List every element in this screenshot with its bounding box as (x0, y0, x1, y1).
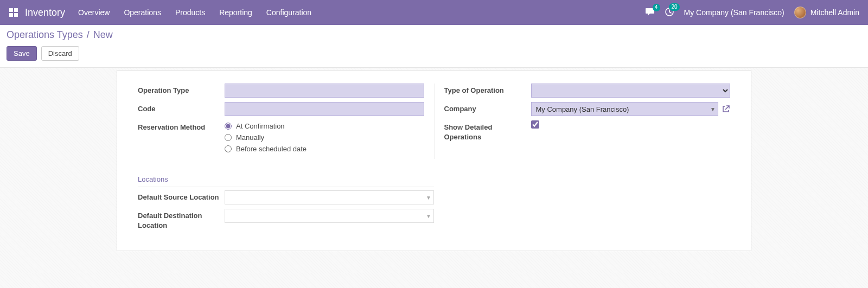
menu-overview[interactable]: Overview (78, 8, 110, 17)
menu-operations[interactable]: Operations (124, 8, 161, 17)
form-right-column: Type of Operation Company My Company (Sa… (434, 84, 741, 159)
chevron-down-icon: ▼ (426, 213, 431, 219)
avatar (794, 7, 806, 18)
company-external-link[interactable] (722, 105, 730, 113)
type-of-operation-select[interactable] (531, 84, 731, 98)
default-source-location-label: Default Source Location (138, 190, 225, 202)
chevron-down-icon: ▼ (710, 106, 716, 112)
show-detailed-label: Show Detailed Operations (444, 120, 531, 142)
activities-badge: 20 (669, 3, 679, 11)
form-left-column: Operation Type Code Reservation Method (128, 84, 434, 159)
locations-section-title: Locations (138, 175, 434, 187)
reservation-manually-radio[interactable] (225, 134, 232, 141)
reservation-before-scheduled[interactable]: Before scheduled date (225, 143, 424, 155)
type-of-operation-label: Type of Operation (444, 84, 531, 95)
main-menu: Overview Operations Products Reporting C… (78, 8, 645, 17)
messages-button[interactable]: 4 (645, 8, 655, 18)
company-label: Company (444, 102, 531, 114)
menu-configuration[interactable]: Configuration (266, 8, 311, 17)
reservation-at-confirmation[interactable]: At Confirmation (225, 120, 424, 132)
reservation-at-confirmation-radio[interactable] (225, 123, 232, 130)
code-input[interactable] (225, 102, 424, 116)
reservation-manually-label: Manually (236, 133, 264, 142)
messages-badge: 4 (653, 4, 660, 11)
navbar-right: 4 20 My Company (San Francisco) Mitchell… (645, 7, 859, 18)
show-detailed-checkbox[interactable] (531, 120, 539, 129)
operation-type-label: Operation Type (138, 84, 225, 95)
svg-rect-0 (9, 8, 13, 12)
reservation-manually[interactable]: Manually (225, 132, 424, 143)
username: Mitchell Admin (810, 8, 859, 17)
operation-type-input[interactable] (225, 84, 424, 98)
app-brand[interactable]: Inventory (25, 7, 65, 18)
default-destination-location-field[interactable]: ▼ (225, 209, 434, 223)
external-link-icon (722, 105, 730, 113)
company-value: My Company (San Francisco) (536, 105, 629, 113)
control-panel: Operations Types / New Save Discard (0, 25, 868, 68)
top-navbar: Inventory Overview Operations Products R… (0, 0, 868, 25)
breadcrumb-separator: / (87, 29, 90, 40)
breadcrumb-parent[interactable]: Operations Types (7, 29, 83, 40)
reservation-before-scheduled-label: Before scheduled date (236, 145, 307, 153)
reservation-method-label: Reservation Method (138, 120, 225, 132)
default-source-location-field[interactable]: ▼ (225, 190, 434, 204)
company-switcher[interactable]: My Company (San Francisco) (684, 8, 784, 17)
svg-rect-3 (14, 13, 18, 17)
user-menu[interactable]: Mitchell Admin (794, 7, 859, 18)
menu-reporting[interactable]: Reporting (219, 8, 252, 17)
save-button[interactable]: Save (7, 46, 37, 61)
reservation-at-confirmation-label: At Confirmation (236, 122, 285, 130)
chevron-down-icon: ▼ (426, 195, 431, 201)
form-sheet: Operation Type Code Reservation Method (117, 70, 751, 251)
breadcrumb: Operations Types / New (7, 29, 861, 41)
svg-rect-2 (9, 13, 13, 17)
menu-products[interactable]: Products (175, 8, 205, 17)
control-buttons: Save Discard (7, 46, 861, 61)
discard-button[interactable]: Discard (41, 46, 79, 61)
activities-button[interactable]: 20 (665, 7, 674, 18)
svg-rect-1 (14, 8, 18, 12)
breadcrumb-current: New (93, 29, 113, 40)
code-label: Code (138, 102, 225, 114)
company-field[interactable]: My Company (San Francisco) ▼ (531, 102, 719, 116)
reservation-before-scheduled-radio[interactable] (225, 145, 232, 152)
apps-icon[interactable] (9, 8, 18, 17)
default-destination-location-label: Default Destination Location (138, 209, 225, 230)
